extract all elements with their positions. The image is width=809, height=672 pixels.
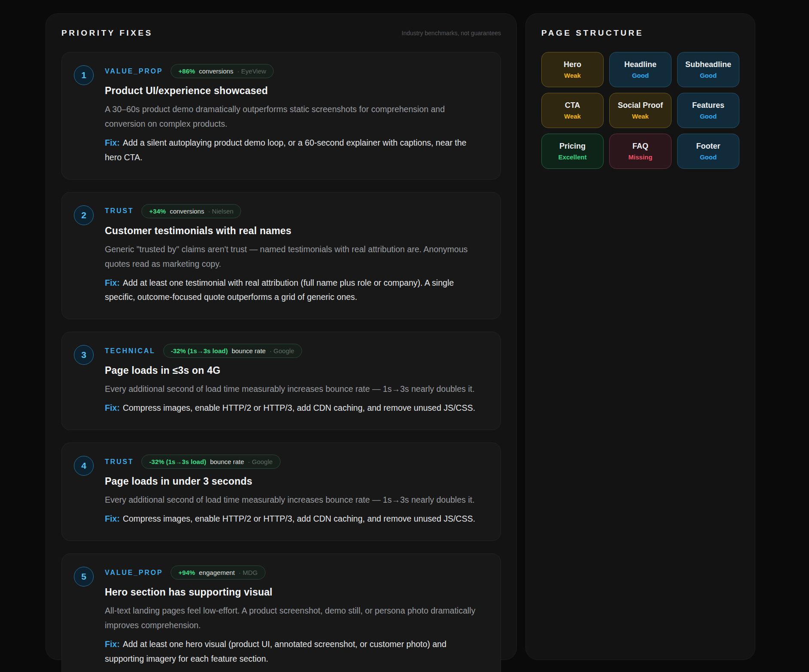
fix-meta-row: VALUE_PROP +86% conversions · EyeView <box>105 64 485 78</box>
fix-category-label: VALUE_PROP <box>105 67 163 75</box>
fix-category-label: TECHNICAL <box>105 347 156 355</box>
benchmark-metric: conversions <box>170 208 204 215</box>
fix-title: Page loads in under 3 seconds <box>105 476 485 487</box>
fix-recommendation-text: Add a silent autoplaying product demo lo… <box>105 138 467 162</box>
priority-fix-body: TRUST +34% conversions · Nielsen Custome… <box>105 204 485 305</box>
structure-tile-status: Weak <box>632 113 649 120</box>
priority-rank-badge: 3 <box>74 345 94 365</box>
benchmark-badge: +86% conversions · EyeView <box>171 64 274 78</box>
fix-recommendation-text: Compress images, enable HTTP/2 or HTTP/3… <box>123 514 475 523</box>
priority-fix-card: 4 TRUST -32% (1s→3s load) bounce rate · … <box>61 443 501 541</box>
benchmark-source: · MDG <box>238 569 257 576</box>
fix-meta-row: TRUST +34% conversions · Nielsen <box>105 204 485 218</box>
report-layout: PRIORITY FIXES Industry benchmarks, not … <box>0 0 809 666</box>
structure-tile-headline: Headline Good <box>609 52 672 87</box>
priority-fixes-title: PRIORITY FIXES <box>61 28 153 38</box>
priority-fix-body: VALUE_PROP +94% engagement · MDG Hero se… <box>105 565 485 666</box>
structure-tile-pricing: Pricing Excellent <box>541 134 604 169</box>
fix-recommendation-label: Fix: <box>105 403 120 412</box>
fix-recommendation-text: Add at least one testimonial with real a… <box>105 278 454 302</box>
benchmark-badge: -32% (1s→3s load) bounce rate · Google <box>163 344 302 358</box>
structure-tile-cta: CTA Weak <box>541 93 604 128</box>
priority-rank-number: 1 <box>81 70 86 80</box>
page-structure-header: PAGE STRUCTURE <box>541 28 739 38</box>
benchmark-metric: conversions <box>199 67 233 75</box>
structure-tile-faq: FAQ Missing <box>609 134 672 169</box>
benchmark-metric: engagement <box>199 569 235 576</box>
fix-meta-row: VALUE_PROP +94% engagement · MDG <box>105 565 485 580</box>
structure-tile-label: Features <box>692 101 724 110</box>
benchmark-metric: bounce rate <box>210 458 244 465</box>
benchmark-value: +94% <box>178 569 195 576</box>
priority-fix-body: VALUE_PROP +86% conversions · EyeView Pr… <box>105 64 485 165</box>
structure-tile-label: FAQ <box>632 142 648 151</box>
fix-recommendation: Fix:Compress images, enable HTTP/2 or HT… <box>105 512 485 526</box>
benchmark-source: · EyeView <box>237 67 266 75</box>
fix-meta-row: TECHNICAL -32% (1s→3s load) bounce rate … <box>105 344 485 358</box>
priority-fix-card: 1 VALUE_PROP +86% conversions · EyeView … <box>61 52 501 180</box>
structure-tile-footer: Footer Good <box>677 134 739 169</box>
structure-tile-label: Pricing <box>559 142 586 151</box>
structure-tile-status: Good <box>700 153 717 161</box>
fix-category-label: TRUST <box>105 458 134 466</box>
page-structure-title: PAGE STRUCTURE <box>541 28 644 38</box>
fix-recommendation-label: Fix: <box>105 514 120 523</box>
structure-tile-label: Headline <box>624 60 656 69</box>
structure-tile-hero: Hero Weak <box>541 52 604 87</box>
fix-recommendation-text: Add at least one hero visual (product UI… <box>105 639 446 663</box>
benchmark-source: · Nielsen <box>208 208 233 215</box>
priority-fixes-header: PRIORITY FIXES Industry benchmarks, not … <box>61 28 501 38</box>
page-structure-panel: PAGE STRUCTURE Hero Weak Headline Good S… <box>525 13 755 660</box>
benchmark-source: · Google <box>248 458 273 465</box>
fix-description: A 30–60s product demo dramatically outpe… <box>105 102 485 131</box>
fix-description: All-text landing pages feel low-effort. … <box>105 604 485 633</box>
fix-recommendation: Fix:Add a silent autoplaying product dem… <box>105 136 485 165</box>
priority-fix-body: TRUST -32% (1s→3s load) bounce rate · Go… <box>105 455 485 526</box>
structure-tile-status: Weak <box>564 113 581 120</box>
priority-rank-number: 2 <box>81 210 86 220</box>
fix-description: Generic "trusted by" claims aren't trust… <box>105 242 485 272</box>
priority-rank-number: 5 <box>81 571 86 582</box>
structure-tile-subheadline: Subheadline Good <box>677 52 739 87</box>
structure-tile-features: Features Good <box>677 93 739 128</box>
structure-tile-status: Excellent <box>559 153 587 161</box>
benchmarks-disclaimer: Industry benchmarks, not guarantees <box>402 30 501 37</box>
structure-tile-status: Missing <box>629 153 653 161</box>
benchmark-source: · Google <box>269 347 294 354</box>
fix-title: Page loads in ≤3s on 4G <box>105 365 485 376</box>
structure-tile-status: Weak <box>564 72 581 79</box>
fix-description: Every additional second of load time mea… <box>105 493 485 507</box>
priority-fix-card: 3 TECHNICAL -32% (1s→3s load) bounce rat… <box>61 332 501 430</box>
fix-recommendation-label: Fix: <box>105 138 120 147</box>
priority-rank-badge: 1 <box>74 65 94 85</box>
fix-recommendation: Fix:Add at least one hero visual (produc… <box>105 637 485 666</box>
structure-tile-label: Footer <box>696 142 720 151</box>
priority-rank-number: 3 <box>81 350 86 360</box>
structure-tile-status: Good <box>700 113 717 120</box>
priority-rank-number: 4 <box>81 461 86 471</box>
priority-rank-badge: 4 <box>74 456 94 476</box>
fix-recommendation-label: Fix: <box>105 639 120 649</box>
fix-recommendation-text: Compress images, enable HTTP/2 or HTTP/3… <box>123 403 475 412</box>
priority-rank-badge: 2 <box>74 205 94 225</box>
structure-tile-label: Social Proof <box>618 101 663 110</box>
priority-fix-card: 5 VALUE_PROP +94% engagement · MDG Hero … <box>61 553 501 672</box>
structure-tile-status: Good <box>632 72 649 79</box>
benchmark-badge: -32% (1s→3s load) bounce rate · Google <box>141 455 280 469</box>
priority-fixes-list: 1 VALUE_PROP +86% conversions · EyeView … <box>61 52 501 672</box>
fix-recommendation: Fix:Compress images, enable HTTP/2 or HT… <box>105 401 485 415</box>
benchmark-metric: bounce rate <box>232 347 266 354</box>
fix-meta-row: TRUST -32% (1s→3s load) bounce rate · Go… <box>105 455 485 469</box>
benchmark-badge: +34% conversions · Nielsen <box>141 204 241 218</box>
fix-category-label: TRUST <box>105 207 134 215</box>
fix-title: Customer testimonials with real names <box>105 225 485 237</box>
fix-category-label: VALUE_PROP <box>105 569 163 577</box>
benchmark-value: +34% <box>149 208 166 215</box>
fix-recommendation-label: Fix: <box>105 278 120 287</box>
benchmark-value: -32% (1s→3s load) <box>149 458 206 465</box>
fix-recommendation: Fix:Add at least one testimonial with re… <box>105 276 485 305</box>
structure-tile-social-proof: Social Proof Weak <box>609 93 672 128</box>
fix-title: Product UI/experience showcased <box>105 85 485 97</box>
structure-tile-label: Subheadline <box>685 60 731 69</box>
benchmark-value: +86% <box>178 67 195 75</box>
